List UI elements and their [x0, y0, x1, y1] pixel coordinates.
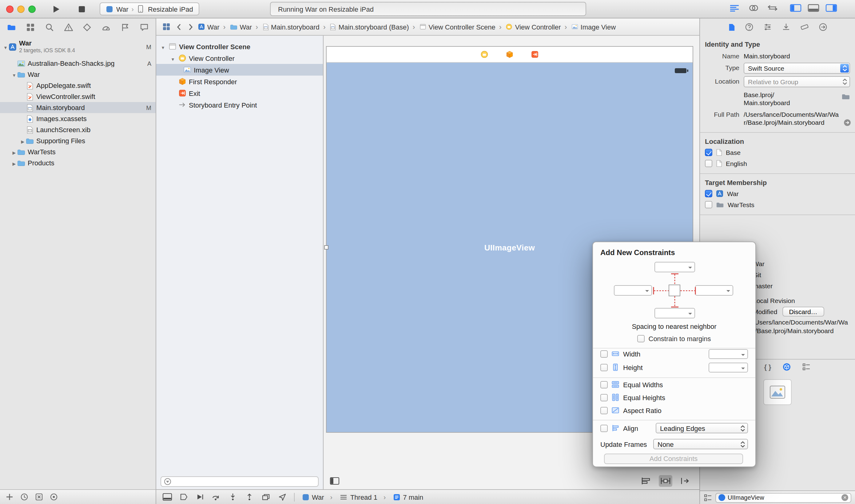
top-spacing-field[interactable] — [655, 262, 695, 272]
width-checkbox[interactable] — [600, 350, 608, 357]
standard-editor-button[interactable] — [729, 4, 740, 12]
recent-files-filter-button[interactable] — [20, 493, 28, 501]
disclosure-triangle[interactable] — [170, 54, 176, 62]
simulate-location-button[interactable] — [278, 493, 286, 501]
aspect-ratio-checkbox[interactable] — [600, 407, 608, 414]
connections-inspector-tab[interactable] — [818, 23, 827, 31]
file-row[interactable]: Products — [0, 157, 156, 168]
breadcrumb-item[interactable]: View Controller — [506, 22, 569, 31]
equal-widths-checkbox[interactable] — [600, 381, 608, 388]
snippets-library-tab[interactable] — [764, 363, 771, 371]
outline-row-scene[interactable]: View Controller Scene — [156, 40, 323, 52]
library-filter-field[interactable]: UIImageView — [715, 493, 851, 502]
symbol-navigator-tab[interactable] — [26, 22, 35, 32]
first-responder-icon[interactable] — [506, 50, 513, 58]
disclosure-triangle[interactable] — [11, 159, 17, 166]
toggle-navigator-button[interactable] — [790, 4, 802, 12]
outline-row-exit[interactable]: Exit — [156, 87, 323, 99]
source-control-filter-button[interactable] — [35, 493, 43, 501]
file-row[interactable]: Supporting Files — [0, 135, 156, 146]
zoom-window-button[interactable] — [28, 5, 36, 13]
back-button[interactable] — [175, 22, 183, 31]
view-controller-icon[interactable] — [481, 50, 488, 58]
outline-row-view-controller[interactable]: View Controller — [156, 52, 323, 64]
disclosure-triangle[interactable] — [160, 43, 166, 50]
trailing-spacing-field[interactable] — [695, 285, 733, 295]
resolve-layout-issues-button[interactable] — [679, 475, 692, 487]
run-button[interactable] — [48, 3, 64, 15]
update-frames-select[interactable]: None — [653, 439, 748, 449]
height-checkbox[interactable] — [600, 363, 608, 371]
toggle-debug-area-button[interactable] — [808, 4, 819, 12]
debug-view-hierarchy-button[interactable] — [261, 493, 271, 501]
forward-button[interactable] — [186, 22, 195, 31]
leading-spacing-field[interactable] — [614, 285, 652, 295]
breadcrumb-item[interactable]: Main.storyboard — [262, 22, 327, 31]
top-strut-icon[interactable] — [670, 273, 680, 285]
file-row[interactable]: War — [0, 69, 156, 80]
constrain-to-margins-checkbox[interactable] — [638, 335, 645, 342]
toggle-outline-button[interactable] — [329, 476, 341, 486]
close-window-button[interactable] — [6, 5, 14, 13]
bottom-spacing-field[interactable] — [655, 308, 695, 318]
version-editor-button[interactable] — [767, 4, 778, 12]
equal-heights-checkbox[interactable] — [600, 394, 608, 401]
base-checkbox[interactable] — [705, 149, 712, 156]
breakpoint-navigator-tab[interactable] — [121, 22, 130, 32]
continue-button[interactable] — [196, 493, 204, 501]
exit-icon[interactable] — [531, 50, 539, 58]
step-into-button[interactable] — [228, 493, 238, 501]
disclosure-triangle[interactable] — [11, 148, 17, 156]
disclosure-triangle[interactable] — [11, 71, 17, 78]
outline-filter-field[interactable] — [160, 476, 319, 486]
stop-button[interactable] — [74, 3, 90, 15]
debug-navigator-tab[interactable] — [102, 22, 111, 32]
scheme-selector[interactable]: War Resizable iPad — [100, 2, 199, 15]
toggle-utilities-button[interactable] — [825, 4, 837, 12]
debug-frame-crumb[interactable]: 7 main — [393, 493, 423, 501]
debug-process-crumb[interactable]: War — [302, 493, 332, 501]
issue-navigator-tab[interactable] — [64, 22, 73, 32]
breakpoints-toggle-icon[interactable] — [180, 493, 188, 501]
disclosure-triangle[interactable] — [20, 137, 26, 144]
add-constraints-button[interactable]: Add Constraints — [604, 454, 743, 464]
file-type-popup[interactable]: Swift Source — [744, 63, 850, 74]
debug-thread-crumb[interactable]: Thread 1 — [340, 493, 386, 501]
breadcrumb-item[interactable]: War — [230, 22, 260, 31]
attributes-inspector-tab[interactable] — [782, 23, 790, 31]
war-target-checkbox[interactable] — [705, 190, 712, 197]
bottom-strut-icon[interactable] — [670, 296, 680, 308]
file-row[interactable]: AppDelegate.swift — [0, 80, 156, 91]
minimize-window-button[interactable] — [17, 5, 24, 13]
file-row[interactable]: Australian-Beach-Shacks.jpg A — [0, 58, 156, 69]
trailing-strut-icon[interactable] — [680, 286, 696, 295]
width-value-field[interactable] — [709, 349, 748, 359]
outline-row-image-view[interactable]: Image View — [156, 64, 323, 76]
quick-help-tab[interactable] — [745, 23, 753, 31]
file-row[interactable]: ViewController.swift — [0, 91, 156, 102]
find-navigator-tab[interactable] — [45, 22, 54, 32]
step-out-button[interactable] — [245, 493, 254, 501]
open-in-finder-arrow-icon[interactable] — [843, 119, 851, 127]
breadcrumb-item[interactable]: Main.storyboard (Base) — [330, 22, 416, 31]
breadcrumb-item[interactable]: War — [198, 22, 227, 31]
file-row[interactable]: Images.xcassets — [0, 113, 156, 124]
library-view-mode-button[interactable] — [704, 493, 712, 502]
outline-row-first-responder[interactable]: First Responder — [156, 76, 323, 87]
align-checkbox[interactable] — [600, 425, 608, 432]
align-constraints-button[interactable] — [639, 475, 652, 487]
related-items-button[interactable] — [161, 23, 172, 31]
pin-constraints-button[interactable] — [659, 475, 672, 487]
assistant-editor-button[interactable] — [748, 4, 759, 12]
breadcrumb-item[interactable]: Image View — [572, 23, 616, 31]
resize-handle[interactable] — [324, 245, 329, 249]
unsaved-filter-button[interactable] — [50, 493, 58, 501]
test-navigator-tab[interactable] — [83, 22, 92, 32]
discard-button[interactable]: Discard… — [782, 307, 824, 317]
wartests-target-checkbox[interactable] — [705, 201, 712, 209]
file-inspector-tab[interactable] — [728, 23, 735, 31]
media-library-tab[interactable] — [802, 363, 811, 371]
identity-inspector-tab[interactable] — [763, 23, 772, 31]
step-over-button[interactable] — [212, 493, 221, 501]
outline-row-entry-point[interactable]: Storyboard Entry Point — [156, 99, 323, 111]
